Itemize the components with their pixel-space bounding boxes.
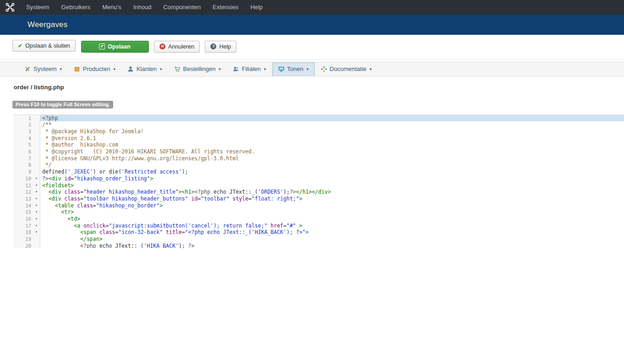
caret-down-icon: ▾ xyxy=(113,67,115,71)
code-line: 4 * @version 2.6.1 xyxy=(14,135,624,142)
code-editor[interactable]: 1<?php2/**3 * @package HikaShop for Joom… xyxy=(14,114,624,248)
nav-item-menus[interactable]: Menu's xyxy=(96,0,127,15)
code-text: <?php xyxy=(40,115,624,122)
code-line: 18▾ <span class="icon-32-back" title="<?… xyxy=(14,229,624,236)
code-text: <fieldset> xyxy=(40,182,624,189)
code-line: 17▾ <a onclick="javascript:submitbutton(… xyxy=(14,223,624,229)
line-number: 19 xyxy=(14,236,33,243)
fold-arrow-icon[interactable]: ▾ xyxy=(33,196,40,202)
code-line: 6 * @copyright (C) 2010-2016 HIKARI SOFT… xyxy=(14,148,624,155)
fold-arrow-icon[interactable]: ▾ xyxy=(33,189,40,196)
code-text: <tr> xyxy=(40,209,624,216)
nav-item-gebruikers[interactable]: Gebruikers xyxy=(55,0,97,15)
line-number: 7 xyxy=(14,155,33,162)
line-number: 2 xyxy=(14,121,33,128)
code-gutter: 20 xyxy=(14,243,40,248)
code-line: 13▾ <div class="toolbar hikashop_header_… xyxy=(14,196,624,202)
code-line: 9defined('_JEXEC') or die('Restricted ac… xyxy=(14,168,624,175)
code-line: 20 <?php echo JText::_('HIKA_BACK'); ?> xyxy=(14,243,624,248)
wrench-icon xyxy=(24,66,31,72)
code-line: 8 */ xyxy=(14,162,624,168)
code-line: 19 </span> xyxy=(14,236,624,243)
code-text: * @author hikashop.com xyxy=(40,141,624,148)
code-line: 10▾?><div id="hikashop_order_listing"> xyxy=(14,175,624,182)
save-close-button[interactable]: ✔ Opslaan & sluiten xyxy=(12,40,76,52)
action-toolbar: ✔ Opslaan & sluiten ✔ Opslaan ✕ Annulere… xyxy=(0,35,624,60)
code-text: <a onclick="javascript:submitbutton('can… xyxy=(40,223,624,229)
cancel-button[interactable]: ✕ Annuleren xyxy=(154,41,200,53)
nav-item-systeem[interactable]: Systeem xyxy=(20,0,55,15)
cancel-icon: ✕ xyxy=(159,43,165,49)
fold-gutter-spacer xyxy=(33,236,40,243)
code-gutter: 11▾ xyxy=(14,182,40,189)
fold-arrow-icon[interactable]: ▾ xyxy=(33,182,40,189)
save-label: Opslaan xyxy=(108,43,130,50)
line-number: 17 xyxy=(14,223,33,229)
code-gutter: 4 xyxy=(14,135,40,142)
code-line: 7 * @license GNU/GPLv3 http://www.gnu.or… xyxy=(14,155,624,162)
save-close-label: Opslaan & sluiten xyxy=(25,43,70,49)
page-header: Weergaves xyxy=(0,15,624,35)
joomla-logo[interactable] xyxy=(0,2,20,12)
nav-item-componenten[interactable]: Componenten xyxy=(157,0,207,15)
menubar-item-tonen[interactable]: Tonen ▾ xyxy=(272,62,315,76)
line-number: 20 xyxy=(14,243,33,248)
line-number: 14 xyxy=(14,202,33,209)
menubar-item-bestellingen[interactable]: Bestellingen ▾ xyxy=(168,62,227,76)
users-icon xyxy=(233,66,239,72)
menubar-item-producten[interactable]: Producten ▾ xyxy=(68,62,121,76)
fold-arrow-icon[interactable]: ▾ xyxy=(33,223,40,229)
code-text: * @copyright (C) 2010-2016 HIKARI SOFTWA… xyxy=(40,148,624,155)
menubar-label: Systeem xyxy=(33,65,57,72)
code-gutter: 19 xyxy=(14,236,40,243)
fold-gutter-spacer xyxy=(33,141,40,148)
fold-gutter-spacer xyxy=(33,121,40,128)
code-text: * @version 2.6.1 xyxy=(40,135,624,142)
code-line: 11▾<fieldset> xyxy=(14,182,624,189)
menubar-item-systeem[interactable]: Systeem ▾ xyxy=(18,62,68,76)
menubar-item-filialen[interactable]: Filialen ▾ xyxy=(227,62,272,76)
top-navbar: Systeem Gebruikers Menu's Inhoud Compone… xyxy=(0,0,624,15)
fold-arrow-icon[interactable]: ▾ xyxy=(33,216,40,223)
menubar-item-klanten[interactable]: Klanten ▾ xyxy=(121,62,168,76)
code-gutter: 8 xyxy=(14,162,40,168)
save-icon: ✔ xyxy=(99,43,105,49)
save-button[interactable]: ✔ Opslaan xyxy=(81,41,149,53)
fold-arrow-icon[interactable]: ▾ xyxy=(33,175,40,182)
code-gutter: 18▾ xyxy=(14,229,40,236)
code-line: 3 * @package HikaShop for Joomla! xyxy=(14,128,624,135)
page-title: Weergaves xyxy=(27,20,67,29)
box-icon xyxy=(74,66,80,72)
caret-down-icon: ▾ xyxy=(307,67,309,71)
code-line: 2/** xyxy=(14,121,624,128)
fold-arrow-icon[interactable]: ▾ xyxy=(33,229,40,236)
nav-item-extensies[interactable]: Extensies xyxy=(207,0,244,15)
nav-item-help[interactable]: Help xyxy=(244,0,268,15)
menubar-label: Producten xyxy=(83,65,110,72)
nav-item-inhoud[interactable]: Inhoud xyxy=(127,0,158,15)
fold-arrow-icon[interactable]: ▾ xyxy=(33,209,40,216)
help-button[interactable]: ? Help xyxy=(205,41,236,53)
fullscreen-hint-badge: Press F10 to toggle Full Screen editing. xyxy=(12,101,113,109)
menubar-label: Klanten xyxy=(137,65,157,72)
line-number: 4 xyxy=(14,135,33,142)
line-number: 3 xyxy=(14,128,33,135)
fold-arrow-icon[interactable]: ▾ xyxy=(33,202,40,209)
code-gutter: 16▾ xyxy=(14,216,40,223)
code-text: <span class="icon-32-back" title="<?php … xyxy=(40,229,624,236)
caret-down-icon: ▾ xyxy=(219,67,221,71)
line-number: 5 xyxy=(14,141,33,148)
menubar-item-documentatie[interactable]: Documentatie ▾ xyxy=(315,62,378,76)
code-text: /** xyxy=(40,121,624,128)
code-gutter: 15▾ xyxy=(14,209,40,216)
cart-icon xyxy=(174,66,181,72)
caret-down-icon: ▾ xyxy=(370,67,372,71)
line-number: 1 xyxy=(14,115,33,122)
menubar-label: Documentatie xyxy=(330,65,367,72)
line-number: 18 xyxy=(14,229,33,236)
fold-gutter-spacer xyxy=(33,128,40,135)
code-gutter: 2 xyxy=(14,121,40,128)
code-text: <table class="hikashop_no_border"> xyxy=(40,202,624,209)
code-gutter: 9 xyxy=(14,168,40,175)
cancel-label: Annuleren xyxy=(168,43,194,50)
